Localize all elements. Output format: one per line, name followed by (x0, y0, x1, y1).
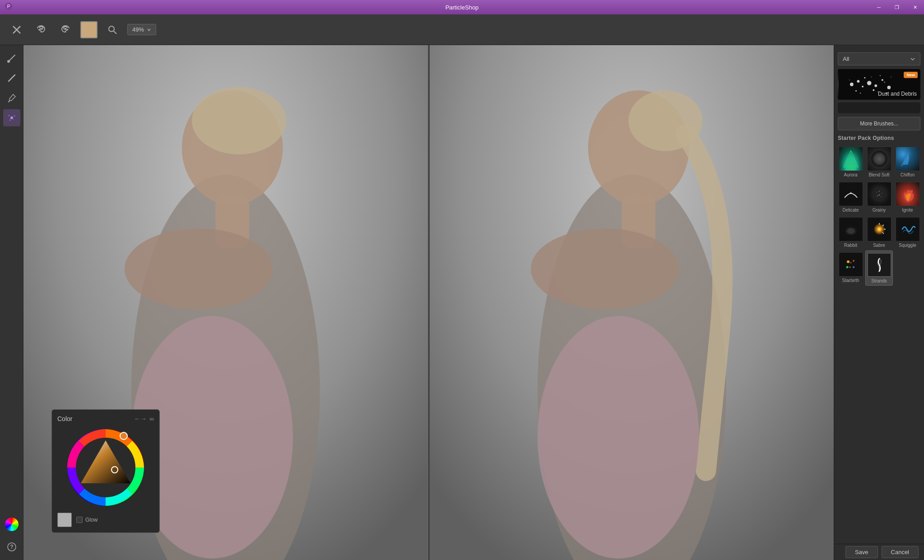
brush-thumb-sabre (867, 217, 891, 241)
brush-thumb-squiggle (896, 217, 920, 241)
svg-point-58 (877, 195, 878, 197)
search-button[interactable] (103, 20, 122, 39)
svg-text:P: P (7, 4, 10, 9)
svg-point-34 (874, 84, 877, 87)
line-icon (7, 73, 17, 83)
svg-marker-50 (846, 154, 855, 165)
cancel-button[interactable]: Cancel (882, 546, 919, 558)
brush-item-blendsoft[interactable]: Blend Soft (865, 145, 893, 179)
color-wheel-container[interactable] (65, 427, 146, 508)
color-swatch[interactable] (80, 21, 98, 38)
more-brushes-button[interactable]: More Brushes... (838, 117, 920, 130)
svg-point-42 (849, 79, 850, 80)
brush-item-delicate[interactable]: Delicate (837, 180, 864, 214)
brush-tool-button[interactable] (3, 50, 20, 67)
brush-name-squiggle: Squiggle (899, 243, 916, 248)
zoom-control[interactable]: 49% (127, 24, 156, 35)
svg-point-31 (857, 80, 859, 83)
redo-button[interactable] (56, 20, 75, 39)
brush-name-blendsoft: Blend Soft (868, 172, 889, 177)
sabre-icon (869, 219, 889, 239)
app-title: ParticleShop (446, 4, 479, 11)
brush-item-aurora[interactable]: Aurora (837, 145, 864, 179)
brush-thumb-ignite (896, 182, 920, 206)
svg-point-12 (13, 119, 14, 120)
toolbar: 49% (0, 14, 924, 45)
svg-point-60 (878, 194, 880, 196)
svg-point-39 (855, 90, 857, 92)
x-icon (11, 24, 22, 35)
svg-point-8 (10, 116, 13, 119)
brush-item-strands[interactable]: Strands (865, 250, 893, 286)
restore-button[interactable]: ❐ (888, 0, 906, 14)
canvas-area[interactable]: Color ←→ ∞ (23, 45, 834, 560)
grainy-icon (869, 184, 889, 204)
glow-checkbox[interactable] (76, 517, 83, 523)
brush-thumb-starbirth (839, 252, 863, 277)
brush-name-ignite: Ignite (902, 208, 913, 213)
filter-dropdown[interactable]: All (838, 52, 920, 65)
svg-point-10 (14, 116, 15, 117)
help-button[interactable]: ? (3, 538, 20, 555)
svg-point-38 (873, 89, 874, 91)
left-toolbar: ? (0, 45, 23, 560)
undo-button[interactable] (32, 20, 51, 39)
brush-item-grainy[interactable]: Grainy (865, 180, 893, 214)
color-panel-header: Color ←→ ∞ (57, 415, 154, 422)
brush-name-grainy: Grainy (873, 208, 886, 213)
line-tool-button[interactable] (3, 69, 20, 87)
color-panel-bottom: Glow (57, 513, 154, 527)
brush-thumb-chiffon (896, 147, 920, 171)
svg-point-40 (880, 75, 881, 76)
brush-thumb-strands (867, 253, 891, 277)
glow-checkbox-label[interactable]: Glow (76, 517, 98, 523)
color-wheel-button[interactable] (3, 516, 20, 533)
minimize-button[interactable]: ─ (870, 0, 888, 14)
hue-cursor[interactable] (120, 432, 127, 440)
brush-item-chiffon[interactable]: Chiffon (894, 145, 921, 179)
eyedropper-button[interactable] (3, 89, 20, 106)
cancel-tool-button[interactable] (7, 20, 26, 39)
brush-name-sabre: Sabre (873, 243, 885, 248)
current-color-swatch[interactable] (57, 513, 72, 527)
brush-icon (7, 53, 17, 63)
aurora-icon (841, 149, 861, 169)
svg-point-19 (125, 228, 273, 309)
featured-brush-2[interactable] (838, 102, 920, 113)
close-button[interactable]: ✕ (906, 0, 924, 14)
brush-thumb-grainy (867, 182, 891, 206)
featured-brush[interactable]: New Dust and Debris (838, 69, 920, 100)
color-panel: Color ←→ ∞ (51, 409, 160, 533)
undo-icon (36, 24, 46, 35)
brush-item-squiggle[interactable]: Squiggle (894, 215, 921, 250)
save-button[interactable]: Save (845, 546, 878, 558)
svg-point-43 (860, 93, 861, 94)
brush-item-starbirth[interactable]: Starbirth (837, 250, 864, 286)
svg-point-30 (850, 83, 854, 86)
glow-label: Glow (85, 517, 98, 523)
color-panel-icon1: ←→ (134, 415, 147, 422)
app-icon: P (5, 2, 13, 12)
brush-item-sabre[interactable]: Sabre (865, 215, 893, 250)
brush-item-ignite[interactable]: Ignite (894, 180, 921, 214)
brush-name-chiffon: Chiffon (901, 172, 915, 177)
brush-name-strands: Strands (871, 278, 887, 283)
color-panel-icon2: ∞ (149, 415, 154, 422)
filter-area: All (834, 49, 924, 69)
ignite-icon (898, 184, 918, 204)
color-wheel-svg[interactable] (65, 427, 146, 508)
brush-name-starbirth: Starbirth (842, 278, 859, 283)
particle-brush-button[interactable] (3, 109, 20, 126)
brush-name-rabbit: Rabbit (844, 243, 857, 248)
brush-thumb-blendsoft (867, 147, 891, 171)
featured-brush-label: Dust and Debris (878, 91, 917, 97)
particle-icon (7, 113, 17, 123)
brush-item-rabbit[interactable]: Rabbit (837, 215, 864, 250)
starbirth-icon (841, 255, 861, 274)
chevron-down-icon (147, 28, 151, 32)
svg-point-33 (867, 81, 872, 85)
svg-point-44 (871, 77, 872, 78)
section-title: Starter Pack Options (834, 135, 924, 145)
eyedropper-icon (7, 93, 17, 103)
svg-point-72 (853, 266, 854, 268)
